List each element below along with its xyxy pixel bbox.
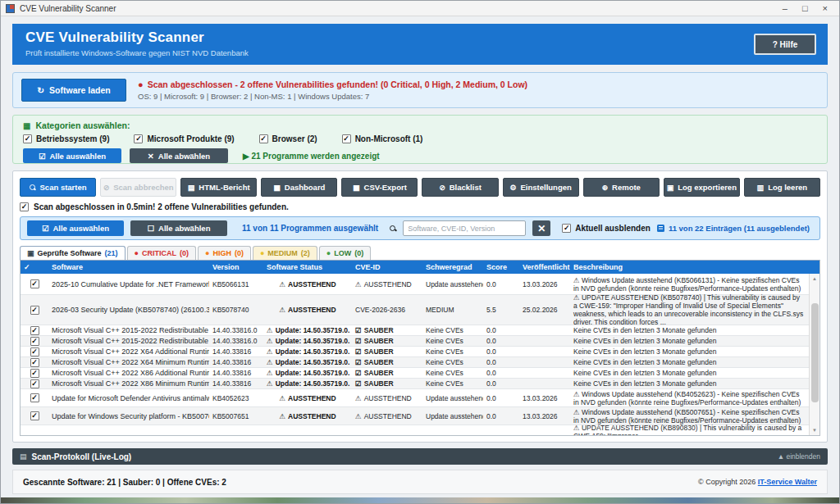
table-row[interactable]: ✓ Microsoft Visual C++ 2022 X86 Minimum …: [21, 379, 809, 389]
help-button[interactable]: ? Hilfe: [754, 34, 816, 55]
row-checkbox[interactable]: ✓: [30, 279, 39, 288]
cell-cve-id: ☑SAUBER: [352, 358, 422, 366]
table-row[interactable]: ✓ Microsoft Visual C++ 2022 X64 Addition…: [21, 347, 809, 357]
clean-check-icon: ☑: [355, 326, 362, 334]
warning-icon: ⚠: [355, 412, 362, 420]
row-checkbox[interactable]: ✓: [30, 393, 39, 402]
toolbar-button-einstellungen[interactable]: ⚙ Einstellungen: [503, 178, 579, 197]
cell-description: ⚠ Windows Update ausstehend (KB4052623) …: [570, 390, 809, 406]
scan-result-line: ✓ Scan abgeschlossen in 0.5min! 2 offene…: [20, 202, 820, 211]
table-row[interactable]: ✓ Microsoft Visual C++ 2022 X64 Minimum …: [21, 357, 809, 368]
tab-high[interactable]: ▣ ● HIGH (0): [198, 246, 251, 260]
close-button[interactable]: ×: [823, 4, 828, 13]
vendor-link[interactable]: IT-Service Walter: [758, 478, 817, 486]
clean-check-icon: ☑: [355, 379, 362, 388]
tab-critical[interactable]: ▣ ● CRITICAL (0): [127, 246, 196, 260]
category-checkbox[interactable]: ✓ Non-Microsoft (1): [342, 134, 423, 143]
severity-dot-icon: ●: [135, 249, 139, 257]
warning-icon: ⚠: [267, 379, 273, 388]
table-scrollbar[interactable]: ▲ ▼: [809, 274, 819, 435]
cell-version: 14.40.33816: [209, 369, 263, 377]
tab-gepruefte-software[interactable]: ▣ ● Geprüfte Software (21): [20, 246, 126, 260]
table-header: ✓ Software Version Software Status CVE-I…: [21, 261, 819, 274]
tab-strip: ▣ ● Geprüfte Software (21) ▣ ● CRITICAL …: [20, 246, 820, 260]
cell-description: Keine CVEs in den letzten 3 Monate gefun…: [570, 379, 809, 388]
warning-icon: ⚠: [279, 280, 285, 288]
toolbar-button-log-exportieren[interactable]: ▣ Log exportieren: [664, 178, 740, 197]
alert-dot-icon: ●: [138, 79, 144, 89]
table-row[interactable]: ✓ 2026-03 Security Update (KB5078740) (2…: [21, 295, 809, 325]
cell-software: Microsoft Visual C++ 2015-2022 Redistrib…: [48, 326, 209, 334]
clear-search-button[interactable]: ✕: [532, 220, 550, 236]
row-checkbox[interactable]: ✓: [30, 369, 39, 378]
toolbar-button-scan-starten[interactable]: Scan starten: [20, 178, 96, 197]
toolbar-button-scan-abbrechen: ⊘ Scan abbrechen: [100, 178, 176, 197]
table-row[interactable]: ✓ 2025-10 Cumulative Update for .NET Fra…: [21, 274, 809, 295]
status-footer: Gescannte Software: 21 | Sauber: 0 | Off…: [12, 470, 828, 494]
log-toggle[interactable]: ▲ einblenden: [778, 452, 820, 461]
cell-score: 0.0: [483, 394, 519, 402]
cell-published: 13.03.2026: [519, 280, 570, 288]
row-checkbox[interactable]: ✓: [30, 326, 39, 335]
row-checkbox[interactable]: ✓: [30, 379, 39, 388]
tab-medium[interactable]: ▣ ● MEDIUM (2): [253, 246, 317, 260]
categories-list: ✓ Betriebssystem (9) ✓ Microsoft Produkt…: [23, 134, 817, 143]
category-checkbox[interactable]: ✓ Microsoft Produkte (9): [134, 134, 234, 143]
log-panel-header[interactable]: ▤ Scan-Protokoll (Live-Log) ▲ einblenden: [12, 448, 828, 465]
severity-dot-icon: ●: [205, 249, 209, 257]
cell-severity: MEDIUM: [422, 306, 483, 314]
chart-icon: ▦: [353, 184, 360, 192]
copyright-text: © Copyright 2026 IT-Service Walter: [698, 478, 817, 486]
cell-published: 25.02.2026: [519, 306, 570, 314]
clean-check-icon: ☑: [355, 347, 362, 356]
severity-dot-icon: ●: [326, 249, 331, 257]
tab-low[interactable]: ▣ ● LOW (0): [319, 246, 371, 260]
deselect-all-categories-button[interactable]: ✕ Alle abwählen: [130, 148, 228, 163]
load-software-button[interactable]: ↻ Software laden: [21, 79, 126, 102]
scroll-up-icon[interactable]: ▲: [810, 274, 819, 284]
row-checkbox[interactable]: ✓: [30, 347, 39, 356]
search-input[interactable]: [403, 220, 526, 236]
select-all-categories-button[interactable]: ☑ Alle auswählen: [23, 148, 121, 163]
select-all-rows-button[interactable]: ☑ Alle auswählen: [27, 220, 124, 236]
checkbox-icon: ✓: [342, 134, 351, 143]
cell-version: KB5078740: [209, 306, 263, 314]
toolbar-button-log-leeren[interactable]: ▥ Log leeren: [744, 178, 820, 197]
toolbar-button-csv-export[interactable]: ▦ CSV-Export: [341, 178, 418, 197]
toolbar-button-dashboard[interactable]: ▦ Dashboard: [261, 178, 337, 197]
cell-status: ⚠AUSSTEHEND: [263, 280, 352, 288]
table-row[interactable]: ✓ Microsoft Visual C++ 2015-2022 Redistr…: [21, 325, 809, 336]
maximize-button[interactable]: □: [802, 4, 808, 13]
cell-status: ⚠Update: 14.50.35719.0.: [263, 369, 352, 377]
table-row[interactable]: ✓ ⚠ ⚠ UPDATE AUSSTEHEND (KB890830) | Thi…: [21, 425, 809, 435]
cell-description: ⚠ Windows Update ausstehend (KB5007651) …: [570, 408, 809, 425]
scrollbar-thumb[interactable]: [811, 303, 819, 402]
row-checkbox[interactable]: ✓: [30, 306, 39, 315]
cell-cve-id: ⚠AUSSTEHEND: [352, 412, 422, 420]
filter-bar: ☑ Alle auswählen ☐ Alle abwählen 11 von …: [20, 216, 820, 240]
scan-summary-text: Gescannte Software: 21 | Sauber: 0 | Off…: [23, 478, 226, 487]
category-checkbox[interactable]: ✓ Browser (2): [259, 134, 317, 143]
cell-description: Keine CVEs in den letzten 3 Monate gefun…: [570, 369, 809, 377]
search-icon: [390, 225, 396, 232]
table-row[interactable]: ✓ Microsoft Visual C++ 2022 X86 Addition…: [21, 368, 809, 379]
minimize-button[interactable]: –: [783, 4, 788, 13]
cell-version: KB4052623: [209, 394, 263, 402]
toolbar-button-html-bericht[interactable]: ▤ HTML-Bericht: [180, 178, 257, 197]
row-checkbox[interactable]: ✓: [30, 411, 39, 420]
deselect-all-rows-button[interactable]: ☐ Alle abwählen: [130, 220, 227, 236]
hide-current-checkbox[interactable]: ✓ Aktuell ausblenden: [562, 224, 651, 233]
toolbar-button-remote[interactable]: ⊕ Remote: [583, 178, 660, 197]
cell-severity: Keine CVEs: [422, 347, 483, 356]
table-row[interactable]: ✓ Microsoft Visual C++ 2015-2022 Redistr…: [21, 336, 809, 347]
checkbox-icon: ✓: [562, 224, 571, 233]
table-row[interactable]: ✓ Update for Microsoft Defender Antiviru…: [21, 389, 809, 407]
cell-description: Keine CVEs in den letzten 3 Monate gefun…: [570, 358, 809, 366]
category-checkbox[interactable]: ✓ Betriebssystem (9): [23, 134, 109, 143]
row-checkbox[interactable]: ✓: [30, 337, 39, 346]
scroll-down-icon[interactable]: ▼: [810, 425, 819, 435]
cell-software: Update for Windows Security platform - K…: [48, 412, 209, 420]
row-checkbox[interactable]: ✓: [30, 358, 39, 367]
toolbar-button-blacklist[interactable]: ⊘ Blacklist: [422, 178, 498, 197]
clean-check-icon: ☑: [355, 358, 362, 366]
